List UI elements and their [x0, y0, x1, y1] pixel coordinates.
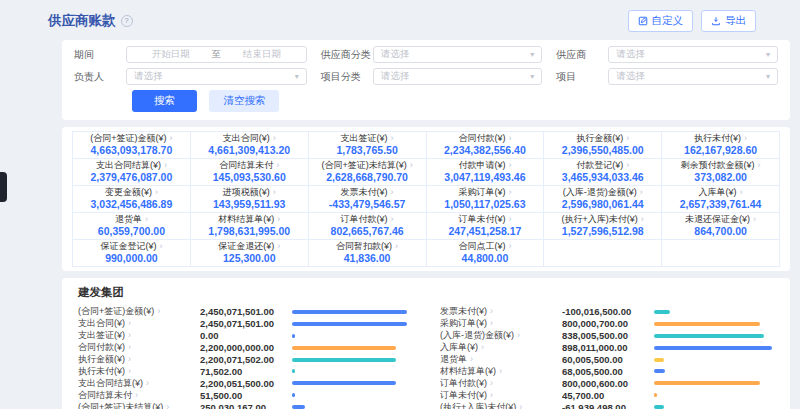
metric-cell[interactable]: 合同结算未付›145,093,530.60 [191, 159, 309, 186]
account-row[interactable]: 退货单›60,005,500.00 [440, 354, 774, 366]
metric-label: 支出合同(¥)› [193, 133, 306, 144]
metric-cell[interactable]: (执行+入库)未付(¥)›1,527,596,512.98 [544, 213, 662, 240]
start-date-placeholder[interactable]: 开始日期 [134, 48, 208, 61]
account-row[interactable]: 材料结算单(¥)›68,005,500.00 [440, 365, 774, 377]
account-row[interactable]: 支出合同结算(¥)›2,200,051,500.00 [78, 377, 412, 389]
project-select[interactable]: 请选择 ▾ [608, 68, 778, 85]
account-row[interactable]: 执行未付(¥)›71,502.00 [78, 365, 412, 377]
account-row-value: 250,030,167.00 [200, 402, 292, 409]
owner-select[interactable]: 请选择 ▾ [126, 68, 307, 85]
search-button[interactable]: 搜索 [132, 90, 197, 112]
metric-cell[interactable]: 材料结算单(¥)›1,798,631,995.00 [191, 213, 309, 240]
metric-cell[interactable]: (入库-退货)金额(¥)›2,596,980,061.44 [544, 186, 662, 213]
account-row[interactable]: 订单付款(¥)›800,000,600.00 [440, 377, 774, 389]
account-row[interactable]: 执行金额(¥)›2,200,071,502.00 [78, 354, 412, 366]
chevron-right-icon: › [641, 214, 644, 224]
clear-search-button[interactable]: 清空搜索 [209, 90, 279, 112]
chevron-right-icon: › [744, 133, 747, 143]
metric-label: 合同暂扣款(¥)› [311, 241, 424, 252]
filter-row-2: 负责人 请选择 ▾ 项目分类 请选择 ▾ 项目 请选择 [74, 68, 778, 85]
metric-cell[interactable]: 执行未付(¥)›162,167,928.60 [662, 132, 780, 159]
metric-cell[interactable]: (合同+签证)金额(¥)›4,663,093,178.70 [73, 132, 191, 159]
account-row[interactable]: 合同结算未付›51,500.00 [78, 389, 412, 401]
account-row[interactable]: 合同付款(¥)›2,200,000,000.00 [78, 342, 412, 354]
account-row[interactable]: (合同+签证)金额(¥)›2,450,071,501.00 [78, 306, 412, 318]
metric-value: 1,050,117,025.63 [429, 198, 542, 210]
customize-button[interactable]: 自定义 [628, 10, 694, 32]
project-category-select[interactable]: 请选择 ▾ [373, 68, 543, 85]
export-label: 导出 [725, 14, 746, 28]
chevron-right-icon: › [155, 187, 158, 197]
metric-cell[interactable]: 合同点工(¥)›44,800.00 [427, 240, 545, 267]
chevron-down-icon: ▾ [295, 72, 299, 81]
metric-cell[interactable]: 支出合同结算(¥)›2,379,476,087.00 [73, 159, 191, 186]
account-row[interactable]: 支出合同(¥)›2,450,071,501.00 [78, 318, 412, 330]
account-row-label: (合同+签证)未结算(¥)› [78, 401, 200, 409]
metric-cell[interactable]: 订单付款(¥)›802,665,767.46 [309, 213, 427, 240]
metric-value: 145,093,530.60 [193, 171, 306, 183]
metric-label: 支出合同结算(¥)› [75, 160, 188, 171]
metric-cell[interactable]: 保证金退还(¥)›125,300.00 [191, 240, 309, 267]
account-row[interactable]: 发票未付(¥)›-100,016,500.00 [440, 306, 774, 318]
metric-cell-empty [544, 240, 662, 267]
metric-cell[interactable]: 发票未付(¥)›-433,479,546.57 [309, 186, 427, 213]
metric-label: 合同点工(¥)› [429, 241, 542, 252]
drawer-handle[interactable] [0, 172, 7, 202]
supplier-select[interactable]: 请选择 ▾ [608, 46, 778, 63]
supplier-category-select[interactable]: 请选择 ▾ [373, 46, 543, 63]
metric-cell[interactable]: 支出合同(¥)›4,661,309,413.20 [191, 132, 309, 159]
metric-cell[interactable]: 合同暂扣款(¥)›41,836.00 [309, 240, 427, 267]
metric-value: -433,479,546.57 [311, 198, 424, 210]
metric-cell[interactable]: 剩余预付款金额(¥)›373,082.00 [662, 159, 780, 186]
metric-cell[interactable]: 执行金额(¥)›2,396,550,485.00 [544, 132, 662, 159]
metric-label: (合同+签证)金额(¥)› [75, 133, 188, 144]
supplier-group-card: 建发集团 (合同+签证)金额(¥)›2,450,071,501.00支出合同(¥… [62, 278, 790, 409]
account-row[interactable]: (合同+签证)未结算(¥)›250,030,167.00 [78, 401, 412, 409]
metric-label: 未退还保证金(¥)› [664, 214, 777, 225]
supplier-accounts-page: 供应商账款 ? 自定义 导出 [0, 0, 800, 409]
metric-cell[interactable]: 支出签证(¥)›1,783,765.50 [309, 132, 427, 159]
account-row[interactable]: (入库-退货)金额(¥)›838,005,500.00 [440, 330, 774, 342]
chevron-right-icon: › [508, 187, 511, 197]
account-row-bar-track [292, 393, 412, 397]
chevron-right-icon: › [470, 354, 473, 364]
supplier-group-name[interactable]: 建发集团 [78, 285, 774, 300]
metric-cell[interactable]: 进项税额(¥)›143,959,511.93 [191, 186, 309, 213]
metric-cell[interactable]: (合同+签证)未结算(¥)›2,628,668,790.70 [309, 159, 427, 186]
metric-cell[interactable]: 变更金额(¥)›3,032,456,486.89 [73, 186, 191, 213]
account-row[interactable]: 支出签证(¥)›0.00 [78, 330, 412, 342]
account-row[interactable]: 订单未付(¥)›45,700.00 [440, 389, 774, 401]
metric-cell[interactable]: 订单未付(¥)›247,451,258.17 [427, 213, 545, 240]
metric-cell[interactable]: 合同付款(¥)›2,234,382,556.40 [427, 132, 545, 159]
account-row-bar [292, 322, 407, 326]
end-date-placeholder[interactable]: 结束日期 [225, 48, 299, 61]
metric-cell[interactable]: 保证金登记(¥)›990,000.00 [73, 240, 191, 267]
metric-label: 入库单(¥)› [664, 187, 777, 198]
account-row-bar-track [654, 322, 774, 326]
metric-value: 44,800.00 [429, 252, 542, 264]
account-row-value: -100,016,500.00 [562, 306, 654, 317]
group-rows-right: 发票未付(¥)›-100,016,500.00采购订单(¥)›800,000,7… [440, 306, 774, 409]
help-icon[interactable]: ? [121, 15, 133, 27]
metric-value: 247,451,258.17 [429, 225, 542, 237]
period-daterange-input[interactable]: 开始日期 至 结束日期 [126, 46, 307, 63]
metric-label: 支出签证(¥)› [311, 133, 424, 144]
account-row[interactable]: 入库单(¥)›898,011,000.00 [440, 342, 774, 354]
metric-cell[interactable]: 未退还保证金(¥)›864,700.00 [662, 213, 780, 240]
chevron-right-icon: › [508, 241, 511, 251]
chevron-right-icon: › [128, 354, 131, 364]
metric-cell[interactable]: 付款申请(¥)›3,047,119,493.46 [427, 159, 545, 186]
metric-label: 合同付款(¥)› [429, 133, 542, 144]
chevron-right-icon: › [517, 330, 520, 340]
metric-cell[interactable]: 入库单(¥)›2,657,339,761.44 [662, 186, 780, 213]
metric-cell[interactable]: 采购订单(¥)›1,050,117,025.63 [427, 186, 545, 213]
metric-cell[interactable]: 退货单›60,359,700.00 [73, 213, 191, 240]
chevron-down-icon: ▾ [530, 72, 534, 81]
metric-cell[interactable]: 付款登记(¥)›3,465,934,033.46 [544, 159, 662, 186]
export-button[interactable]: 导出 [701, 10, 756, 32]
account-row[interactable]: (执行+入库)未付(¥)›-61,939,498.00 [440, 401, 774, 409]
account-row-bar [292, 346, 396, 350]
metric-label: 订单未付(¥)› [429, 214, 542, 225]
account-row-bar-track [292, 369, 412, 373]
account-row[interactable]: 采购订单(¥)›800,000,700.00 [440, 318, 774, 330]
